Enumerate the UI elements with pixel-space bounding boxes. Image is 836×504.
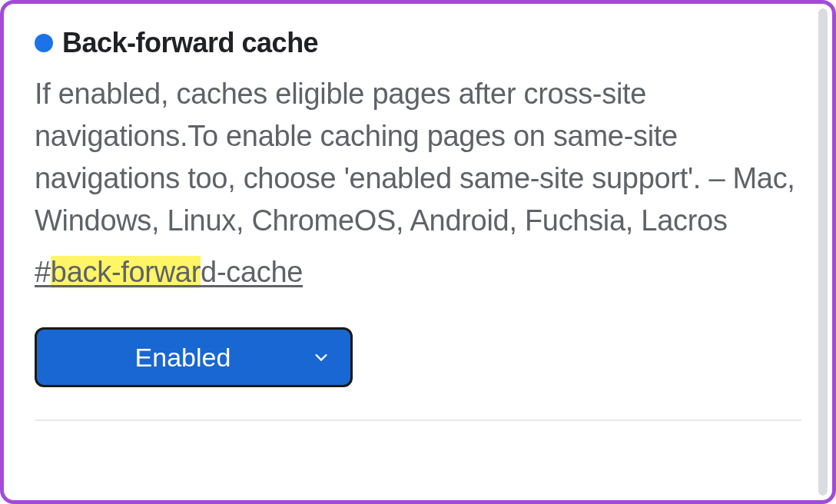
anchor-suffix: d-cache <box>201 256 303 288</box>
chevron-down-icon <box>310 346 332 368</box>
flag-header: Back-forward cache <box>35 27 801 59</box>
flag-state-dropdown[interactable]: Enabled <box>35 327 353 387</box>
flag-description: If enabled, caches eligible pages after … <box>35 73 801 242</box>
flag-title: Back-forward cache <box>62 27 318 59</box>
anchor-highlight: back-forwar <box>51 256 201 288</box>
dropdown-selected-label: Enabled <box>55 343 310 373</box>
divider <box>35 419 801 421</box>
flag-content: Back-forward cache If enabled, caches el… <box>4 4 832 444</box>
flag-anchor-link[interactable]: #back-forward-cache <box>35 256 303 289</box>
anchor-prefix: # <box>35 256 51 288</box>
scrollbar[interactable] <box>818 8 828 496</box>
status-dot-icon <box>35 34 53 52</box>
flag-card-frame: Back-forward cache If enabled, caches el… <box>0 0 836 504</box>
